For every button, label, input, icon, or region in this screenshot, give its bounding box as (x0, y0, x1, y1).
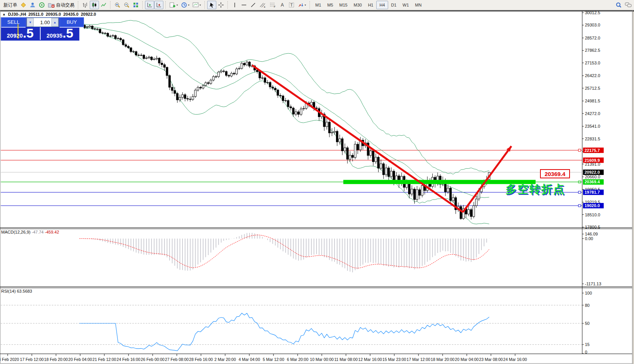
chat-icon[interactable] (623, 1, 633, 9)
svg-text:0: 0 (585, 350, 587, 354)
zoom-in-icon[interactable] (113, 1, 122, 9)
svg-text:24 Mar 16:00: 24 Mar 16:00 (503, 357, 527, 362)
chart-bars-icon[interactable] (81, 1, 90, 9)
channel-icon[interactable]: E (258, 1, 268, 9)
timeframe-mn[interactable]: MN (412, 1, 425, 9)
svg-text:5 Mar 12:00: 5 Mar 12:00 (263, 357, 284, 362)
svg-text:23541.0: 23541.0 (585, 124, 600, 128)
timeframe-w1[interactable]: W1 (400, 1, 412, 9)
svg-text:14 Feb 2020: 14 Feb 2020 (0, 357, 19, 362)
rsi-name: RSI(14) (1, 289, 16, 293)
new-chart-icon[interactable] (168, 1, 179, 9)
autotrading-label: 自动交易 (56, 2, 74, 8)
svg-text:10 Mar 00:00: 10 Mar 00:00 (310, 357, 334, 362)
metaeditor-icon[interactable] (19, 1, 28, 9)
sell-price[interactable]: 20920 .5 (1, 27, 40, 40)
timeframe-m1[interactable]: M1 (312, 1, 324, 9)
arrows-icon[interactable] (296, 1, 308, 9)
svg-text:24981.5: 24981.5 (585, 99, 600, 103)
rsi-value: 63.5683 (17, 289, 32, 293)
turning-point-annotation[interactable]: 多空转折点 (506, 182, 565, 197)
community-icon[interactable] (28, 1, 37, 9)
symbol-period: DJ30-,H4 (8, 12, 26, 16)
svg-text:21 Feb 12:00: 21 Feb 12:00 (92, 357, 116, 362)
price-annotation-box[interactable]: 20369.4 (540, 169, 570, 178)
svg-text:26 Feb 00:00: 26 Feb 00:00 (141, 357, 165, 362)
panel-expander-icon[interactable]: ▲ (2, 12, 6, 16)
svg-text:20 Mar 04:00: 20 Mar 04:00 (455, 357, 479, 362)
search-icon[interactable] (614, 1, 623, 9)
toolbar-separator (165, 1, 166, 9)
svg-text:17 Feb 12:00: 17 Feb 12:00 (20, 357, 44, 362)
label-icon[interactable]: T (287, 1, 296, 9)
sell-price-main: 20920 (7, 32, 23, 39)
svg-text:20660.0: 20660.0 (585, 175, 600, 179)
svg-text:21609.9: 21609.9 (585, 158, 600, 163)
periods-icon[interactable] (179, 1, 191, 9)
fibonacci-icon[interactable]: F (268, 1, 278, 9)
svg-text:22175.7: 22175.7 (585, 148, 600, 153)
svg-text:20922.0: 20922.0 (585, 170, 600, 175)
bar-close: 20922.0 (81, 12, 96, 16)
timeframe-m15[interactable]: M15 (336, 1, 351, 9)
volume-increase-button[interactable]: ▲ (51, 18, 58, 26)
svg-text:19020.0: 19020.0 (585, 203, 600, 208)
bar-high: 20935.0 (46, 12, 61, 16)
svg-text:24 Feb 16:00: 24 Feb 16:00 (117, 357, 140, 362)
timeframe-m30[interactable]: M30 (351, 1, 365, 9)
chart-line-icon[interactable] (99, 1, 108, 9)
timeframe-h1[interactable]: H1 (365, 1, 376, 9)
svg-text:12 Mar 16:00: 12 Mar 16:00 (358, 357, 382, 362)
svg-text:19781.7: 19781.7 (585, 190, 600, 194)
templates-icon[interactable] (191, 1, 203, 9)
macd-name: MACD(12,26,9) (1, 230, 30, 234)
timeframe-d1[interactable]: D1 (388, 1, 400, 9)
text-icon[interactable]: A (278, 1, 287, 9)
tile-windows-icon[interactable] (131, 1, 140, 9)
chart-shift-icon[interactable] (154, 1, 163, 9)
svg-text:80: 80 (585, 303, 590, 308)
autotrading-button[interactable]: 自动交易 (46, 1, 76, 9)
trendline-icon[interactable] (249, 1, 258, 9)
svg-text:2 Mar 20:00: 2 Mar 20:00 (214, 357, 236, 362)
svg-text:25712.5: 25712.5 (585, 86, 600, 91)
svg-text:146.09: 146.09 (585, 232, 598, 236)
svg-text:11 Mar 08:00: 11 Mar 08:00 (334, 357, 357, 362)
timeframe-h4[interactable]: H4 (376, 1, 388, 9)
toolbar-separator (204, 1, 205, 9)
hline-icon[interactable] (239, 1, 249, 9)
svg-text:4 Mar 04:00: 4 Mar 04:00 (239, 357, 260, 362)
crosshair-icon[interactable] (216, 1, 226, 9)
text-caret (18, 24, 18, 39)
cursor-icon[interactable] (207, 1, 216, 9)
chart-title: ▲ DJ30-,H4 20511.0 20935.0 20435.0 20922… (2, 12, 96, 16)
svg-text:15: 15 (585, 342, 590, 347)
svg-text:29303.0: 29303.0 (585, 23, 600, 27)
toolbar-separator (310, 1, 310, 9)
sell-button[interactable]: SELL (1, 17, 26, 28)
new-order-button[interactable]: 新订单 (1, 1, 19, 9)
buy-price-fraction: .5 (63, 27, 73, 39)
svg-text:28 Feb 16:00: 28 Feb 16:00 (189, 357, 213, 362)
auto-scroll-icon[interactable] (145, 1, 154, 9)
svg-text:28572.0: 28572.0 (585, 36, 600, 40)
signals-icon[interactable] (37, 1, 46, 9)
toolbar-separator (78, 1, 79, 9)
timeframe-m5[interactable]: M5 (324, 1, 336, 9)
svg-text:18 Feb 20:00: 18 Feb 20:00 (44, 357, 68, 362)
svg-text:A: A (281, 2, 284, 8)
svg-text:17800.5: 17800.5 (585, 225, 600, 229)
rsi-label: RSI(14) 63.5683 (1, 289, 32, 293)
svg-text:0.00: 0.00 (585, 236, 593, 241)
svg-text:100: 100 (585, 291, 592, 295)
buy-price[interactable]: 20935 .5 (41, 27, 80, 40)
volume-decrease-button[interactable]: ▼ (27, 18, 34, 26)
svg-text:18510.0: 18510.0 (585, 212, 600, 217)
macd-label: MACD(12,26,9) -47.74 -459.42 (1, 230, 59, 234)
chart-candles-icon[interactable] (90, 1, 99, 9)
zoom-out-icon[interactable] (122, 1, 131, 9)
main-toolbar: 新订单 自动交易EFAT M1M5M15M30H1H4D1W1MN (0, 0, 634, 10)
vline-icon[interactable] (230, 1, 239, 9)
volume-input[interactable] (34, 19, 51, 26)
svg-text:17 Mar 12:00: 17 Mar 12:00 (407, 357, 430, 362)
